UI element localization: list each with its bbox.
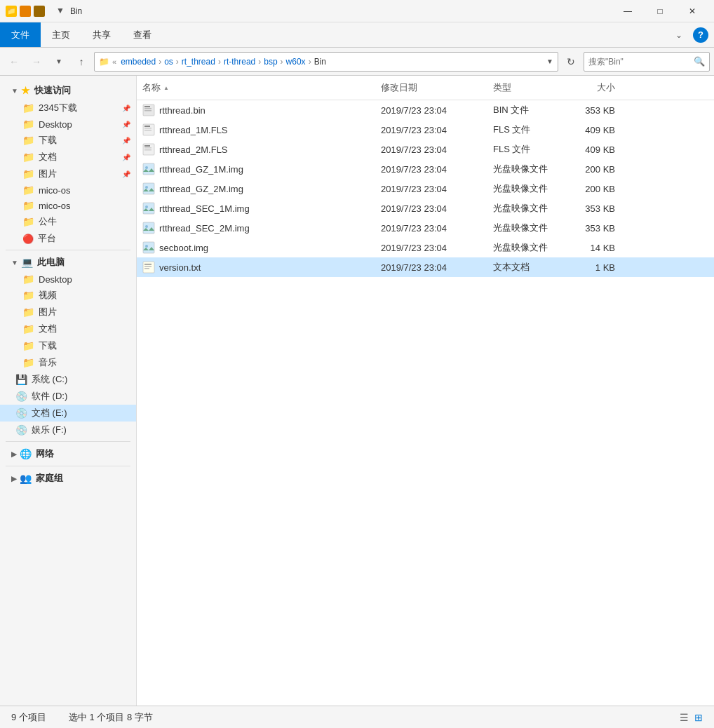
sidebar-drive-c[interactable]: 💾 系统 (C:) bbox=[0, 371, 136, 388]
sidebar-item-pictures[interactable]: 📁 图片 📌 bbox=[0, 166, 136, 182]
file-name-cell: rtthread_GZ_2M.img bbox=[137, 180, 375, 197]
folder-icon: 📁 bbox=[22, 306, 34, 318]
sidebar-item-label: Desktop bbox=[39, 119, 72, 130]
table-row[interactable]: rtthread.bin 2019/7/23 23:04 BIN 文件 353 … bbox=[137, 100, 714, 120]
sidebar-item-desktop[interactable]: 📁 Desktop 📌 bbox=[0, 116, 136, 132]
table-row[interactable]: rtthread_2M.FLS 2019/7/23 23:04 FLS 文件 4… bbox=[137, 140, 714, 159]
ribbon-tab-file[interactable]: 文件 bbox=[0, 22, 41, 47]
table-row[interactable]: rtthread_SEC_1M.img 2019/7/23 23:04 光盘映像… bbox=[137, 198, 714, 218]
refresh-button[interactable]: ↻ bbox=[561, 52, 581, 72]
file-icon-img bbox=[142, 182, 155, 195]
svg-rect-5 bbox=[144, 126, 150, 127]
path-part-rt_thread[interactable]: rt_thread bbox=[182, 57, 215, 67]
sidebar-item-pc-music[interactable]: 📁 音乐 bbox=[0, 354, 136, 371]
pin-icon: 📌 bbox=[122, 137, 130, 144]
ribbon-collapse-btn[interactable]: ⌄ bbox=[669, 25, 689, 45]
maximize-button[interactable]: □ bbox=[644, 0, 676, 22]
ribbon: 文件 主页 共享 查看 ⌄ ? bbox=[0, 22, 714, 48]
quick-access-heading[interactable]: ▼ ★ 快速访问 bbox=[0, 81, 136, 100]
path-part-w60x[interactable]: w60x bbox=[286, 57, 306, 67]
file-name-cell: rtthread_1M.FLS bbox=[137, 121, 375, 138]
sidebar-item-pc-desktop[interactable]: 📁 Desktop bbox=[0, 271, 136, 287]
titlebar-controls: — □ ✕ bbox=[612, 0, 708, 22]
sidebar-divider-1 bbox=[6, 250, 130, 250]
file-name-cell: rtthread_SEC_1M.img bbox=[137, 200, 375, 217]
svg-rect-25 bbox=[144, 268, 149, 269]
recent-locations-button[interactable]: ▼ bbox=[49, 52, 69, 72]
sidebar-divider-2 bbox=[6, 441, 130, 442]
table-row[interactable]: rtthread_1M.FLS 2019/7/23 23:04 FLS 文件 4… bbox=[137, 120, 714, 140]
homegroup-label: 家庭组 bbox=[36, 472, 63, 485]
col-header-date[interactable]: 修改日期 bbox=[375, 79, 487, 97]
svg-point-15 bbox=[145, 186, 148, 189]
file-icon-bin bbox=[142, 104, 155, 116]
sidebar-item-label: 图片 bbox=[39, 306, 57, 318]
ribbon-tab-home[interactable]: 主页 bbox=[41, 22, 81, 47]
titlebar-dropdown-icon[interactable]: ▼ bbox=[56, 6, 65, 17]
col-header-size[interactable]: 大小 bbox=[565, 79, 621, 97]
network-icon: 🌐 bbox=[20, 448, 32, 459]
sidebar-item-label: 音乐 bbox=[39, 356, 57, 369]
back-button[interactable]: ← bbox=[4, 52, 24, 72]
network-heading[interactable]: ▶ 🌐 网络 bbox=[0, 445, 136, 463]
this-pc-heading[interactable]: ▼ 💻 此电脑 bbox=[0, 253, 136, 271]
col-header-type[interactable]: 类型 bbox=[487, 79, 565, 97]
titlebar-icon-brown bbox=[34, 6, 45, 17]
path-part-os[interactable]: os bbox=[164, 57, 173, 67]
quick-access-label: 快速访问 bbox=[34, 84, 71, 97]
col-header-name[interactable]: 名称 ▲ bbox=[137, 79, 375, 97]
searchbar[interactable]: 🔍 bbox=[584, 52, 710, 72]
sidebar-item-pc-video[interactable]: 📁 视频 bbox=[0, 287, 136, 304]
table-row[interactable]: rtthread_SEC_2M.img 2019/7/23 23:04 光盘映像… bbox=[137, 218, 714, 238]
ribbon-help-btn[interactable]: ? bbox=[693, 27, 708, 43]
search-input[interactable] bbox=[588, 57, 694, 67]
close-button[interactable]: ✕ bbox=[676, 0, 708, 22]
table-row[interactable]: rtthread_GZ_2M.img 2019/7/23 23:04 光盘映像文… bbox=[137, 179, 714, 198]
sidebar-item-label: 图片 bbox=[39, 168, 57, 180]
sidebar-item-micoos1[interactable]: 📁 mico-os bbox=[0, 182, 136, 198]
table-row[interactable]: version.txt 2019/7/23 23:04 文本文档 1 KB bbox=[137, 257, 714, 277]
statusbar: 9 个项目 选中 1 个项目 8 字节 ☰ ⊞ bbox=[0, 706, 714, 728]
forward-button[interactable]: → bbox=[27, 52, 46, 72]
up-button[interactable]: ↑ bbox=[72, 52, 91, 72]
star-icon: ★ bbox=[21, 85, 30, 96]
sidebar-item-pc-downloads[interactable]: 📁 下载 bbox=[0, 337, 136, 354]
addressbar-dropdown-btn[interactable]: ▼ bbox=[546, 58, 553, 65]
path-part-embedded[interactable]: embeded bbox=[121, 57, 156, 67]
sidebar-drive-d[interactable]: 💿 软件 (D:) bbox=[0, 388, 136, 405]
sidebar-drive-e[interactable]: 💿 文档 (E:) bbox=[0, 405, 136, 422]
file-name-cell: secboot.img bbox=[137, 239, 375, 256]
minimize-button[interactable]: — bbox=[612, 0, 644, 22]
table-row[interactable]: secboot.img 2019/7/23 23:04 光盘映像文件 14 KB bbox=[137, 238, 714, 257]
sidebar-drive-f[interactable]: 💿 娱乐 (F:) bbox=[0, 422, 136, 438]
sidebar-item-pingtai[interactable]: 🔴 平台 bbox=[0, 230, 136, 247]
path-part-bsp[interactable]: bsp bbox=[264, 57, 277, 67]
sidebar-item-pc-pictures[interactable]: 📁 图片 bbox=[0, 304, 136, 321]
sidebar-item-label: 视频 bbox=[39, 289, 57, 302]
svg-rect-3 bbox=[144, 110, 151, 112]
list-view-icon[interactable]: ☰ bbox=[680, 712, 689, 723]
titlebar-icons: 📁 ▼ bbox=[6, 6, 65, 17]
file-table-header: 名称 ▲ 修改日期 类型 大小 bbox=[137, 76, 714, 100]
sidebar-item-gongniu[interactable]: 📁 公牛 bbox=[0, 213, 136, 230]
sidebar-item-downloads[interactable]: 📁 下载 📌 bbox=[0, 132, 136, 149]
addressbar[interactable]: 📁 « embeded › os › rt_thread › rt-thread… bbox=[94, 52, 558, 72]
sidebar-item-2345[interactable]: 📁 2345下载 📌 bbox=[0, 100, 136, 116]
pin-icon: 📌 bbox=[122, 121, 130, 128]
sidebar-item-micoos2[interactable]: 📁 mico-os bbox=[0, 198, 136, 213]
svg-rect-12 bbox=[143, 163, 154, 175]
path-part-rt-thread[interactable]: rt-thread bbox=[224, 57, 255, 67]
sidebar-item-documents[interactable]: 📁 文档 📌 bbox=[0, 149, 136, 166]
homegroup-heading[interactable]: ▶ 👥 家庭组 bbox=[0, 469, 136, 487]
table-row[interactable]: rtthread_GZ_1M.img 2019/7/23 23:04 光盘映像文… bbox=[137, 159, 714, 179]
drive-c-icon: 💾 bbox=[15, 374, 27, 385]
sidebar-item-label: Desktop bbox=[39, 274, 72, 285]
pin-icon: 📌 bbox=[122, 154, 130, 161]
ribbon-tab-view[interactable]: 查看 bbox=[122, 22, 163, 47]
ribbon-tab-share[interactable]: 共享 bbox=[81, 22, 122, 47]
svg-rect-18 bbox=[143, 222, 154, 234]
svg-rect-1 bbox=[144, 106, 150, 107]
search-icon[interactable]: 🔍 bbox=[694, 56, 705, 67]
grid-view-icon[interactable]: ⊞ bbox=[694, 712, 703, 723]
sidebar-item-pc-documents[interactable]: 📁 文档 bbox=[0, 321, 136, 337]
